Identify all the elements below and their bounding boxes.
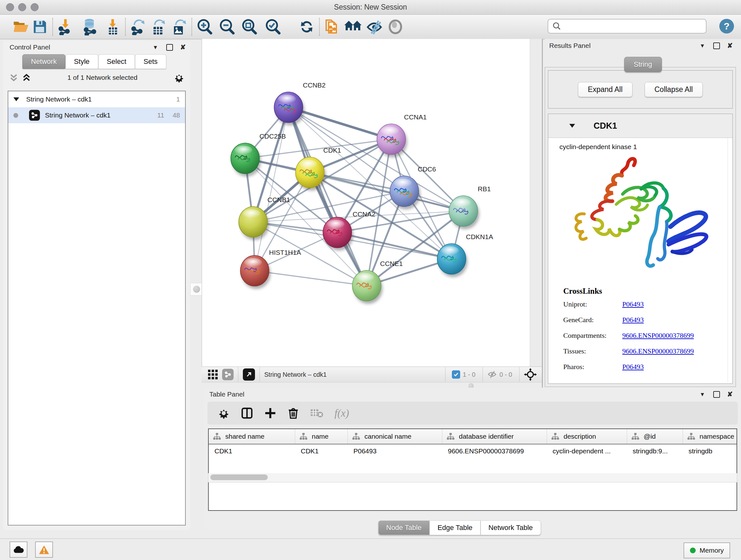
crosslink-value-link[interactable]: P06493 [622, 363, 644, 371]
import-network-database-icon[interactable] [80, 17, 99, 36]
column-header-database-identifier[interactable]: database identifier [442, 429, 547, 444]
import-network-file-icon[interactable] [56, 17, 75, 36]
table-cell[interactable]: cyclin-dependent ... [547, 444, 627, 458]
tab-sets[interactable]: Sets [135, 54, 166, 69]
export-image-icon[interactable] [170, 17, 188, 36]
node-CDKN1A[interactable]: CDKN1A [437, 233, 493, 277]
section-collapse-icon[interactable] [569, 124, 575, 128]
table-settings-gear-icon[interactable] [218, 407, 230, 419]
table-cell[interactable]: CDK1 [209, 444, 295, 458]
table-horizontal-scrollbar[interactable] [208, 473, 737, 482]
save-session-icon[interactable] [30, 17, 49, 36]
pan-crosshair-icon[interactable] [524, 368, 537, 381]
delete-table-icon[interactable] [310, 408, 324, 419]
tab-network[interactable]: Network [22, 54, 65, 69]
expand-all-icon[interactable] [22, 73, 31, 82]
gene-section-header[interactable]: CDK1 [548, 114, 732, 138]
table-cell[interactable]: CDK1 [295, 444, 348, 458]
network-grid-mode-icon[interactable] [222, 369, 233, 380]
expand-all-button[interactable]: Expand All [578, 82, 632, 97]
column-header-shared-name[interactable]: shared name [209, 429, 295, 444]
tab-node-table[interactable]: Node Table [378, 520, 429, 535]
panel-close-icon[interactable]: ✘ [727, 42, 733, 50]
network-scroll-gutter[interactable] [530, 39, 542, 367]
node-CCNA1[interactable]: CCNA1 [377, 113, 427, 158]
import-table-file-icon[interactable] [104, 17, 122, 36]
network-collection-row[interactable]: String Network – cdk1 1 [8, 91, 185, 107]
search-input[interactable] [565, 22, 706, 30]
search-field[interactable] [548, 19, 706, 34]
collapse-all-button[interactable]: Collapse All [645, 82, 703, 97]
panel-close-icon[interactable]: ✘ [180, 44, 186, 51]
left-splitter-handle[interactable] [190, 283, 203, 296]
crosslink-value-link[interactable]: 9606.ENSP00000378699 [622, 331, 694, 340]
export-network-icon[interactable] [129, 17, 147, 36]
node-CCNB1[interactable]: CCNB1 [239, 196, 290, 240]
hidden-indicator-icon[interactable] [487, 370, 497, 379]
add-column-icon[interactable] [264, 407, 276, 419]
column-header-description[interactable]: description [547, 429, 627, 444]
panel-float-icon[interactable] [713, 391, 720, 398]
node-CCNB2[interactable]: CCNB2 [274, 81, 326, 125]
tab-edge-table[interactable]: Edge Table [429, 520, 481, 535]
refresh-view-icon[interactable] [297, 17, 316, 36]
selected-indicator-icon[interactable] [452, 370, 460, 379]
node-HIST1H1A[interactable]: HIST1H1A [240, 249, 301, 289]
table-cell[interactable]: stringdb:9... [627, 444, 683, 458]
table-cell[interactable]: stringdb [683, 444, 738, 458]
panel-menu-icon[interactable]: ▼ [153, 45, 158, 50]
node-CCNE1[interactable]: CCNE1 [352, 260, 403, 304]
network-canvas[interactable]: CCNB2CCNA1CDC25BCDK1CDC6RB1CCNB1CCNA2CDK… [202, 39, 530, 367]
panel-float-icon[interactable] [713, 43, 720, 49]
birds-eye-view-icon[interactable] [207, 369, 218, 380]
column-header-canonical-name[interactable]: canonical name [348, 429, 442, 444]
gear-icon[interactable] [174, 72, 185, 83]
delete-column-trash-icon[interactable] [287, 407, 299, 419]
tab-style[interactable]: Style [65, 54, 98, 69]
export-table-icon[interactable] [149, 17, 168, 36]
results-tab-string[interactable]: String [624, 57, 662, 72]
crosslink-value-link[interactable]: P06493 [622, 316, 644, 324]
edge-CCNA2-CDKN1A[interactable] [337, 233, 452, 259]
zoom-fit-icon[interactable] [240, 17, 259, 36]
detach-view-icon[interactable] [243, 368, 255, 381]
table-row[interactable]: CDK1CDK1P064939606.ENSP00000378699cyclin… [209, 444, 737, 458]
network-selection-status: 1 of 1 Network selected [67, 74, 137, 81]
scrollbar-thumb[interactable] [210, 475, 268, 480]
node-RB1[interactable]: RB1 [449, 185, 491, 229]
preview-lens-icon[interactable] [386, 17, 405, 36]
help-icon[interactable]: ? [719, 19, 734, 34]
crosslink-value-link[interactable]: 9606.ENSP00000378699 [622, 347, 694, 355]
edge-HIST1H1A-CCNE1[interactable] [255, 271, 367, 286]
hide-selected-icon[interactable] [365, 17, 384, 36]
function-builder-icon[interactable]: f(x) [334, 408, 349, 419]
table-cell[interactable]: P06493 [348, 444, 442, 458]
column-header-name[interactable]: name [295, 429, 348, 444]
panel-menu-icon[interactable]: ▼ [700, 43, 705, 49]
zoom-selected-icon[interactable] [264, 17, 282, 36]
open-session-icon[interactable] [12, 17, 30, 36]
node-CDK1[interactable]: CDK1 [295, 146, 341, 191]
panel-close-icon[interactable]: ✘ [727, 390, 733, 398]
memory-button[interactable]: Memory [684, 543, 730, 558]
network-row[interactable]: String Network – cdk1 11 48 [8, 107, 185, 123]
copy-network-icon[interactable] [323, 17, 341, 36]
collapse-all-icon[interactable] [9, 73, 18, 82]
column-header-@id[interactable]: @id [627, 429, 683, 444]
tree-expand-icon[interactable] [13, 98, 19, 101]
home-icon[interactable] [344, 17, 362, 36]
warnings-button[interactable] [35, 542, 53, 558]
table-cell[interactable]: 9606.ENSP00000378699 [442, 444, 547, 458]
edge-CCNB2-CCNE1[interactable] [288, 107, 367, 286]
zoom-in-icon[interactable] [195, 17, 214, 36]
show-columns-icon[interactable] [241, 407, 253, 420]
column-header-namespace[interactable]: namespace [683, 429, 738, 444]
panel-menu-icon[interactable]: ▼ [700, 392, 705, 397]
tab-network-table[interactable]: Network Table [481, 520, 541, 535]
node-label-CCNA1: CCNA1 [404, 113, 427, 121]
panel-float-icon[interactable] [166, 44, 173, 51]
tab-select[interactable]: Select [98, 54, 135, 69]
zoom-out-icon[interactable] [218, 17, 236, 36]
cloud-status-button[interactable] [10, 542, 27, 558]
crosslink-value-link[interactable]: P06493 [622, 300, 644, 308]
